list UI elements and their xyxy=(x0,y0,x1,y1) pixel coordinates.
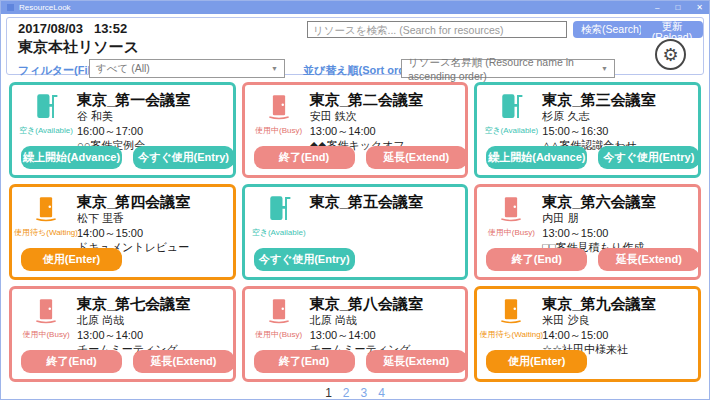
end-button[interactable]: 終了(End) xyxy=(254,146,355,169)
end-button[interactable]: 終了(End) xyxy=(21,350,122,373)
close-button[interactable]: ✕ xyxy=(696,4,703,12)
status-badge: 空き(Available) xyxy=(252,227,306,238)
header-panel: 2017/08/03 13:52 東京本社リソース 検索(Search) 更新(… xyxy=(6,17,704,75)
search-input[interactable] xyxy=(307,21,567,38)
app-window: ResourceLook – □ ✕ 2017/08/03 13:52 東京本社… xyxy=(0,0,710,400)
card-body: 使用中(Busy)東京_第八会議室北原 尚哉13:00～14:00チームミーティ… xyxy=(245,289,466,357)
card-info: 東京_第二会議室安田 鉄次13:00～14:00◆◆案件キックオフ xyxy=(310,90,460,153)
page-link-4[interactable]: 4 xyxy=(378,386,385,400)
card-info: 東京_第四会議室松下 里香14:00～15:00ドキュメントレビュー xyxy=(77,192,227,255)
card-info: 東京_第三会議室杉原 久志15:00～16:30△△案件認識合わせ xyxy=(542,90,692,153)
advance-button[interactable]: 繰上開始(Advance) xyxy=(21,146,122,169)
extend-button[interactable]: 延長(Extend) xyxy=(133,350,234,373)
card-info: 東京_第七会議室北原 尚哉13:00～14:00チームミーティング xyxy=(77,294,227,357)
search-button[interactable]: 検索(Search) xyxy=(573,21,650,38)
status-icon-column: 空き(Available) xyxy=(15,90,77,153)
resource-card-grid: 空き(Available)東京_第一会議室谷 和美16:00～17:00○○案件… xyxy=(9,82,701,382)
reservation-time: 15:00～16:30 xyxy=(542,124,692,139)
reservation-time: 13:00～14:00 xyxy=(77,328,227,343)
reserved-by: 北原 尚哉 xyxy=(77,313,227,328)
reservation-time: 16:00～17:00 xyxy=(77,124,227,139)
title-bar: ResourceLook – □ ✕ xyxy=(1,1,709,14)
card-actions: 繰上開始(Advance)今すぐ使用(Entry) xyxy=(21,146,234,169)
app-icon xyxy=(7,4,14,11)
sort-selected-value: リソース名昇順 (Resource name in ascending orde… xyxy=(408,56,595,82)
minimize-button[interactable]: – xyxy=(655,4,659,12)
window-title: ResourceLook xyxy=(19,4,71,12)
status-badge: 使用待ち(Waiting) xyxy=(14,227,78,238)
status-icon-column: 空き(Available) xyxy=(480,90,542,153)
reload-button[interactable]: 更新(Reload) xyxy=(641,21,703,38)
reservation-time: 13:00～14:00 xyxy=(310,328,460,343)
reservation-time: 13:00～14:00 xyxy=(310,124,460,139)
status-icon-column: 使用中(Busy) xyxy=(248,294,310,357)
enter-button[interactable]: 使用(Enter) xyxy=(21,248,122,271)
card-info: 東京_第六会議室内田 朋13:00～15:00□□案件見積もり作成 xyxy=(542,192,692,255)
door-closed-icon xyxy=(32,195,60,226)
card-body: 空き(Available)東京_第一会議室谷 和美16:00～17:00○○案件… xyxy=(12,85,233,153)
door-closed-icon xyxy=(265,297,293,328)
page-link-3[interactable]: 3 xyxy=(361,386,368,400)
extend-button[interactable]: 延長(Extend) xyxy=(366,350,467,373)
card-body: 空き(Available)東京_第三会議室杉原 久志15:00～16:30△△案… xyxy=(477,85,698,153)
reservation-time: 14:00～15:00 xyxy=(77,226,227,241)
status-badge: 空き(Available) xyxy=(484,125,538,136)
page-link-1[interactable]: 1 xyxy=(325,386,332,400)
reserved-by: 安田 鉄次 xyxy=(310,109,460,124)
maximize-button[interactable]: □ xyxy=(675,4,680,12)
enter-button[interactable]: 使用(Enter) xyxy=(486,350,587,373)
resource-card: 使用中(Busy)東京_第六会議室内田 朋13:00～15:00□□案件見積もり… xyxy=(474,184,701,280)
resource-card: 使用待ち(Waiting)東京_第九会議室米田 沙良14:00～15:00☆☆社… xyxy=(474,286,701,382)
entry-button[interactable]: 今すぐ使用(Entry) xyxy=(254,248,355,271)
card-actions: 使用(Enter) xyxy=(21,248,122,271)
resource-card: 使用中(Busy)東京_第七会議室北原 尚哉13:00～14:00チームミーティ… xyxy=(9,286,236,382)
resource-card: 空き(Available)東京_第五会議室今すぐ使用(Entry) xyxy=(242,184,469,280)
end-button[interactable]: 終了(End) xyxy=(254,350,355,373)
door-closed-icon xyxy=(32,297,60,328)
card-actions: 繰上開始(Advance)今すぐ使用(Entry) xyxy=(486,146,699,169)
page-title: 東京本社リソース xyxy=(18,38,139,57)
status-badge: 使用中(Busy) xyxy=(255,329,302,340)
card-body: 使用中(Busy)東京_第二会議室安田 鉄次13:00～14:00◆◆案件キック… xyxy=(245,85,466,153)
room-name: 東京_第五会議室 xyxy=(310,193,460,211)
entry-button[interactable]: 今すぐ使用(Entry) xyxy=(133,146,234,169)
reserved-by: 北原 尚哉 xyxy=(310,313,460,328)
reserved-by: 米田 沙良 xyxy=(542,313,692,328)
current-datetime: 2017/08/03 13:52 xyxy=(18,21,127,36)
chevron-down-icon: ▼ xyxy=(601,65,608,72)
status-badge: 使用中(Busy) xyxy=(255,125,302,136)
sort-order-select[interactable]: リソース名昇順 (Resource name in ascending orde… xyxy=(401,59,615,78)
resource-card: 空き(Available)東京_第一会議室谷 和美16:00～17:00○○案件… xyxy=(9,82,236,178)
end-button[interactable]: 終了(End) xyxy=(486,248,587,271)
status-badge: 使用中(Busy) xyxy=(22,329,69,340)
card-info: 東京_第一会議室谷 和美16:00～17:00○○案件定例会 xyxy=(77,90,227,153)
reserved-by: 松下 里香 xyxy=(77,211,227,226)
page-link-2[interactable]: 2 xyxy=(343,386,350,400)
card-actions: 終了(End)延長(Extend) xyxy=(486,248,699,271)
resource-card: 空き(Available)東京_第三会議室杉原 久志15:00～16:30△△案… xyxy=(474,82,701,178)
door-open-icon xyxy=(32,93,60,124)
settings-button[interactable]: ⚙ xyxy=(655,39,686,70)
chevron-down-icon: ▼ xyxy=(271,65,278,72)
status-icon-column: 使用待ち(Waiting) xyxy=(480,294,542,357)
entry-button[interactable]: 今すぐ使用(Entry) xyxy=(598,146,699,169)
status-icon-column: 使用待ち(Waiting) xyxy=(15,192,77,255)
extend-button[interactable]: 延長(Extend) xyxy=(598,248,699,271)
reservation-time: 14:00～15:00 xyxy=(542,328,692,343)
door-closed-icon xyxy=(265,93,293,124)
room-name: 東京_第九会議室 xyxy=(542,295,692,313)
status-icon-column: 使用中(Busy) xyxy=(480,192,542,255)
card-actions: 終了(End)延長(Extend) xyxy=(21,350,234,373)
filter-select[interactable]: すべて (All) ▼ xyxy=(89,59,285,78)
extend-button[interactable]: 延長(Extend) xyxy=(366,146,467,169)
room-name: 東京_第二会議室 xyxy=(310,91,460,109)
reservation-time: 13:00～15:00 xyxy=(542,226,692,241)
advance-button[interactable]: 繰上開始(Advance) xyxy=(486,146,587,169)
room-name: 東京_第八会議室 xyxy=(310,295,460,313)
card-actions: 終了(End)延長(Extend) xyxy=(254,350,467,373)
room-name: 東京_第一会議室 xyxy=(77,91,227,109)
status-badge: 空き(Available) xyxy=(19,125,73,136)
pagination: 1234 xyxy=(1,386,709,400)
status-badge: 使用中(Busy) xyxy=(488,227,535,238)
card-body: 使用中(Busy)東京_第六会議室内田 朋13:00～15:00□□案件見積もり… xyxy=(477,187,698,255)
